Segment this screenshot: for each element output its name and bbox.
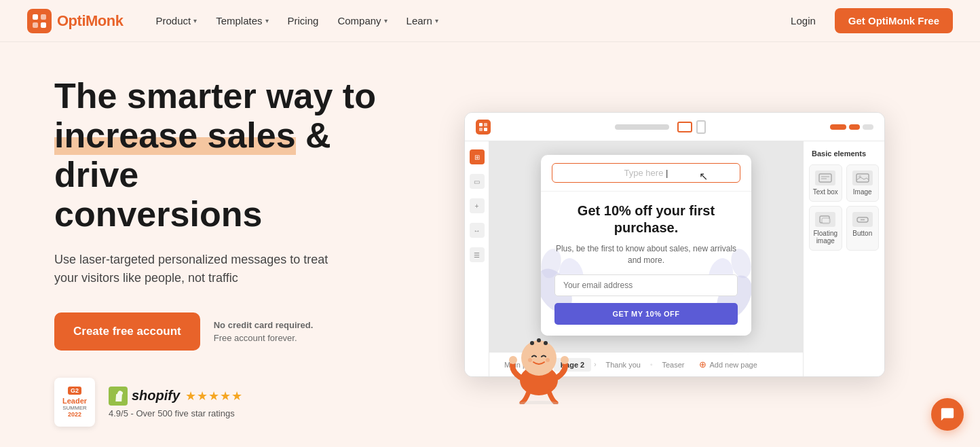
svg-rect-4 (41, 22, 46, 28)
editor-topbar (465, 113, 884, 141)
chevron-down-icon: ▾ (435, 17, 438, 24)
social-proof: G2 Leader SUMMER 2022 shopify ★★★★★ (54, 378, 407, 427)
hero-section: The smarter way to increase sales & driv… (0, 42, 980, 447)
mockup-container: ⊞ ▭ + ↔ ☰ Type here (464, 112, 926, 397)
panel-element-button[interactable]: Button (846, 206, 880, 251)
logo-text: OptiMonk (57, 12, 123, 30)
svg-rect-8 (484, 128, 487, 131)
textbox-label: Text box (813, 188, 838, 196)
chevron-down-icon: ▾ (384, 17, 388, 24)
svg-rect-6 (484, 123, 487, 126)
chevron-down-icon: ▾ (265, 17, 269, 24)
mascot-character (498, 316, 580, 404)
svg-rect-19 (819, 174, 831, 182)
hero-subtitle: Use laser-targeted personalized messages… (54, 251, 353, 289)
svg-rect-7 (479, 128, 483, 131)
navbar: OptiMonk Product ▾ Templates ▾ Pricing C… (0, 0, 980, 42)
image-icon (852, 171, 873, 185)
popup-modal: Type here ↖ (541, 155, 751, 336)
cta-note: No credit card required. Free account fo… (214, 319, 314, 345)
editor-left-sidebar: ⊞ ▭ + ↔ ☰ (465, 141, 489, 376)
svg-point-34 (544, 341, 548, 345)
nav-pricing[interactable]: Pricing (280, 10, 327, 32)
svg-rect-1 (33, 14, 38, 20)
panel-title: Basic elements (809, 149, 879, 158)
panel-element-textbox[interactable]: Text box (809, 164, 842, 202)
get-optimonk-free-button[interactable]: Get OptiMonk Free (835, 8, 953, 33)
svg-point-33 (537, 338, 541, 342)
chat-icon (940, 407, 955, 422)
nav-templates[interactable]: Templates ▾ (208, 10, 276, 32)
star-rating: ★★★★★ (185, 389, 243, 404)
g2-badge: G2 Leader SUMMER 2022 (54, 378, 95, 427)
nav-links: Product ▾ Templates ▾ Pricing Company ▾ … (147, 10, 783, 32)
shopify-rating: shopify ★★★★★ 4.9/5 - Over 500 five star… (109, 387, 243, 418)
logo-link[interactable]: OptiMonk (27, 9, 123, 33)
svg-rect-0 (27, 9, 52, 33)
add-icon: ⊕ (699, 359, 706, 370)
mobile-icon[interactable] (696, 120, 706, 134)
login-button[interactable]: Login (783, 10, 824, 32)
hero-cta-row: Create free account No credit card requi… (54, 312, 407, 351)
popup-subtext: Plus, be the first to know about sales, … (554, 243, 738, 266)
hero-left: The smarter way to increase sales & driv… (54, 76, 407, 427)
chat-bubble-button[interactable] (931, 398, 964, 431)
topbar-center (615, 120, 706, 134)
editor-right-panel: Basic elements Text b (803, 141, 884, 376)
popup-cta-button[interactable]: GET MY 10% OFF (554, 303, 738, 325)
floating-image-icon (815, 212, 835, 227)
logo-icon (27, 9, 52, 33)
svg-point-30 (528, 358, 532, 362)
nav-product[interactable]: Product ▾ (147, 10, 205, 32)
hero-right: ⊞ ▭ + ↔ ☰ Type here (407, 105, 926, 397)
button-icon (852, 212, 873, 227)
chevron-down-icon: ▾ (193, 17, 197, 24)
topbar-breadcrumb (615, 124, 669, 130)
svg-point-29 (521, 340, 557, 376)
editor-tool-plus[interactable]: + (470, 198, 485, 213)
desktop-icon[interactable] (677, 122, 692, 132)
hero-title: The smarter way to increase sales & driv… (54, 76, 407, 234)
image-label: Image (853, 188, 872, 196)
floating-image-label: Floating image (812, 230, 839, 245)
device-icons (677, 120, 706, 134)
editor-tool-arrows[interactable]: ↔ (470, 223, 485, 238)
svg-point-31 (546, 358, 550, 362)
editor-tool-layout[interactable]: ⊞ (470, 149, 485, 164)
popup-type-field[interactable]: Type here (552, 163, 740, 183)
editor-tool-layers[interactable]: ☰ (470, 247, 485, 262)
svg-rect-3 (33, 22, 38, 28)
nav-company[interactable]: Company ▾ (329, 10, 395, 32)
popup-email-input[interactable] (554, 274, 738, 296)
editor-logo-icon (476, 120, 491, 135)
button-label: Button (852, 230, 872, 237)
nav-learn[interactable]: Learn ▾ (398, 10, 447, 32)
shopify-icon (109, 387, 128, 406)
svg-point-35 (509, 356, 517, 364)
topbar-dot-orange2 (849, 124, 860, 130)
panel-element-floating-image[interactable]: Floating image (809, 206, 842, 251)
shopify-logo: shopify (109, 387, 180, 406)
panel-elements: Text box Image (809, 164, 879, 251)
svg-rect-5 (479, 123, 483, 126)
popup-headline: Get 10% off your first purchase. (554, 202, 738, 236)
svg-point-36 (561, 356, 569, 364)
rating-text: 4.9/5 - Over 500 five star ratings (109, 408, 243, 418)
popup-type-input-row: Type here ↖ (541, 155, 751, 192)
svg-point-32 (530, 341, 534, 345)
create-free-account-button[interactable]: Create free account (54, 312, 200, 351)
popup-body: Get 10% off your first purchase. Plus, b… (541, 192, 751, 336)
topbar-dot-gray (863, 124, 873, 130)
editor-tool-display[interactable]: ▭ (470, 174, 485, 189)
panel-element-image[interactable]: Image (846, 164, 880, 202)
page-tab-teaser[interactable]: Teaser (655, 358, 691, 372)
svg-rect-25 (822, 218, 830, 224)
svg-rect-2 (41, 14, 46, 20)
page-tab-thankyou[interactable]: Thank you (599, 358, 647, 372)
textbox-icon (815, 171, 835, 185)
nav-actions: Login Get OptiMonk Free (783, 8, 953, 33)
add-page-tab[interactable]: ⊕ Add new page (699, 359, 757, 370)
topbar-dot-orange (830, 124, 846, 130)
topbar-dots (830, 124, 873, 130)
